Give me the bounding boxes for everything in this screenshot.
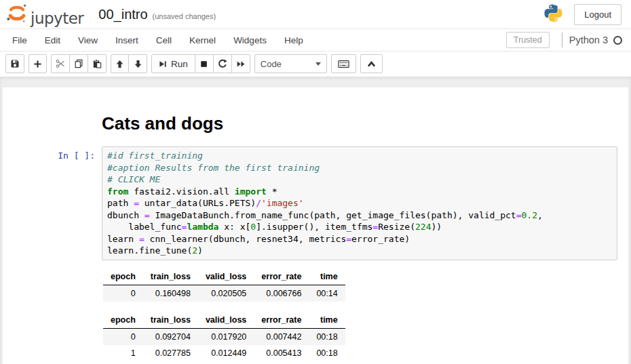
copy-icon xyxy=(74,59,83,68)
arrow-up-icon xyxy=(115,60,124,68)
move-cell-down-button[interactable] xyxy=(129,54,147,73)
scissors-icon xyxy=(56,59,65,68)
header-right: Logout xyxy=(543,3,622,26)
cut-cells-button[interactable] xyxy=(51,54,70,73)
table-header-cell: train_loss xyxy=(143,312,198,329)
keyboard-icon xyxy=(338,60,349,68)
output-table: epochtrain_lossvalid_losserror_ratetime0… xyxy=(103,312,345,361)
menubar-divider xyxy=(562,33,562,47)
table-header-cell: epoch xyxy=(103,268,143,285)
notebook-heading: Cats and dogs xyxy=(102,113,617,134)
menu-item-widgets[interactable]: Widgets xyxy=(225,30,275,51)
save-button[interactable] xyxy=(5,54,24,73)
code-line: learn.fine_tune(2) xyxy=(107,245,612,257)
restart-kernel-button[interactable] xyxy=(214,54,232,73)
notebook-title[interactable]: 00_intro xyxy=(98,7,147,22)
refresh-icon xyxy=(218,59,227,68)
markdown-cell-prompt xyxy=(3,113,102,146)
code-cell-prompt: In [ ]: xyxy=(3,146,102,260)
toolbar: Run Code xyxy=(0,52,631,77)
table-cell: 0.160498 xyxy=(143,285,198,302)
arrow-down-icon xyxy=(134,60,142,68)
code-line: path = untar_data(URLs.PETS)/'images' xyxy=(107,197,612,209)
cell-type-value: Code xyxy=(261,59,282,69)
notebook-title-area: 00_intro (unsaved changes) xyxy=(98,7,216,22)
table-cell: 0 xyxy=(103,285,143,302)
code-line: # CLICK ME xyxy=(107,174,612,186)
move-cell-up-button[interactable] xyxy=(111,54,129,73)
menubar: FileEditViewInsertCellKernelWidgetsHelp … xyxy=(0,28,631,52)
run-button[interactable]: Run xyxy=(151,54,195,73)
table-header-cell: error_rate xyxy=(254,312,309,329)
code-line: #caption Results from the first training xyxy=(107,162,612,174)
table-cell: 0.006766 xyxy=(254,285,309,302)
outputs: epochtrain_lossvalid_losserror_ratetime0… xyxy=(102,260,617,364)
logout-button[interactable]: Logout xyxy=(574,4,622,25)
insert-cell-below-button[interactable] xyxy=(28,54,47,73)
code-line: learn = cnn_learner(dbunch, resnet34, me… xyxy=(107,233,612,245)
code-line: from fastai2.vision.all import * xyxy=(107,186,612,198)
caret-down-icon xyxy=(316,62,321,66)
menu-item-insert[interactable]: Insert xyxy=(107,30,147,51)
table-header-cell: valid_loss xyxy=(198,268,254,285)
header: jupyter 00_intro (unsaved changes) Logou… xyxy=(0,0,631,28)
table-cell: 0.020505 xyxy=(198,285,254,302)
jupyter-logo-text: jupyter xyxy=(31,11,83,26)
code-area: #id first_training#caption Results from … xyxy=(107,150,612,257)
menu-item-cell[interactable]: Cell xyxy=(147,30,180,51)
collapse-header-button[interactable] xyxy=(360,54,383,73)
menu-item-edit[interactable]: Edit xyxy=(36,30,69,51)
notebook-container: Cats and dogs In [ ]: #id first_training… xyxy=(3,87,628,364)
code-cell[interactable]: In [ ]: #id first_training#caption Resul… xyxy=(3,146,628,260)
menu-item-help[interactable]: Help xyxy=(275,30,312,51)
output-table: epochtrain_lossvalid_losserror_ratetime0… xyxy=(103,268,345,302)
menu-item-file[interactable]: File xyxy=(3,30,36,51)
code-line: #id first_training xyxy=(107,150,612,162)
trusted-badge[interactable]: Trusted xyxy=(506,32,550,48)
table-cell: 00:14 xyxy=(309,285,345,302)
table-row: 00.1604980.0205050.00676600:14 xyxy=(103,285,345,302)
fast-forward-icon xyxy=(236,60,246,68)
restart-and-run-all-button[interactable] xyxy=(232,54,250,73)
menu-item-view[interactable]: View xyxy=(69,30,107,51)
interrupt-kernel-button[interactable] xyxy=(195,54,214,73)
table-row: 10.0277850.0124490.00541300:18 xyxy=(103,345,345,361)
command-palette-button[interactable] xyxy=(331,54,356,73)
autosave-status: (unsaved changes) xyxy=(153,12,216,20)
paste-icon xyxy=(92,59,102,68)
table-row: 00.0927040.0179200.00744200:18 xyxy=(103,328,345,345)
output-prompt xyxy=(3,260,102,364)
table-cell: 00:18 xyxy=(309,328,345,345)
save-icon xyxy=(10,59,20,68)
step-forward-icon xyxy=(159,60,167,68)
table-cell: 0.017920 xyxy=(198,328,254,345)
table-cell: 0.005413 xyxy=(254,345,309,361)
chevron-up-icon xyxy=(367,60,376,68)
paste-cells-button[interactable] xyxy=(88,54,107,73)
markdown-cell[interactable]: Cats and dogs xyxy=(3,113,628,146)
cell-type-dropdown[interactable]: Code xyxy=(254,54,327,73)
menubar-items: FileEditViewInsertCellKernelWidgetsHelp xyxy=(3,30,312,51)
kernel-name: Python 3 xyxy=(569,35,608,45)
python-logo-icon xyxy=(543,3,563,26)
table-cell: 0.007442 xyxy=(254,328,309,345)
table-header-cell: epoch xyxy=(103,312,143,329)
table-header-cell: error_rate xyxy=(254,268,309,285)
table-header-cell: train_loss xyxy=(143,268,198,285)
copy-cells-button[interactable] xyxy=(70,54,88,73)
menubar-right: Trusted Python 3 xyxy=(506,32,622,48)
jupyter-planet-icon xyxy=(5,2,28,26)
plus-icon xyxy=(33,60,42,68)
table-header-cell: time xyxy=(309,268,345,285)
table-cell: 0 xyxy=(103,328,143,345)
notebook-site: Cats and dogs In [ ]: #id first_training… xyxy=(0,77,631,364)
code-input-area[interactable]: #id first_training#caption Results from … xyxy=(102,146,617,260)
table-cell: 0.027785 xyxy=(143,345,198,361)
table-header-cell: time xyxy=(309,312,345,329)
jupyter-logo[interactable]: jupyter xyxy=(5,2,83,26)
output-cell: epochtrain_lossvalid_losserror_ratetime0… xyxy=(3,260,628,364)
run-button-label: Run xyxy=(171,59,188,69)
menu-item-kernel[interactable]: Kernel xyxy=(180,30,225,51)
table-header-cell: valid_loss xyxy=(198,312,254,329)
code-line: dbunch = ImageDataBunch.from_name_func(p… xyxy=(107,209,612,222)
